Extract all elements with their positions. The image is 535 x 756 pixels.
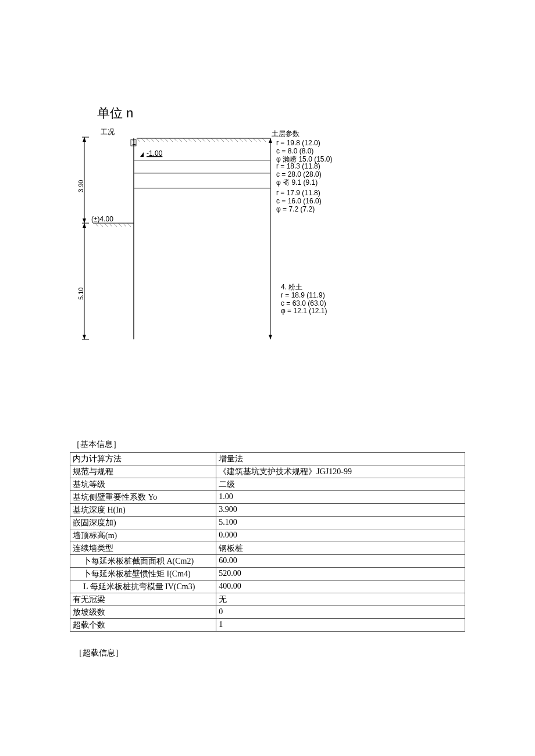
table-row: 连续墙类型钢板桩 [70, 542, 465, 555]
svg-line-49 [113, 223, 117, 227]
svg-line-22 [192, 138, 196, 142]
row-label: 超载个数 [70, 619, 216, 632]
water-level-text: -1.00 [147, 149, 163, 157]
svg-line-25 [206, 138, 210, 142]
svg-line-46 [99, 223, 103, 227]
layer2-params: r = 18.3 (11.8) c = 28.0 (28.0) φ 耇 9.1 … [276, 163, 322, 187]
row-value: 0 [216, 606, 465, 619]
svg-line-28 [220, 138, 224, 142]
overload-heading: ［超载信息］ [74, 648, 465, 658]
svg-line-15 [160, 138, 163, 142]
hatched-surface-top [137, 138, 270, 142]
row-value: 5.100 [216, 517, 465, 529]
svg-line-14 [155, 138, 159, 142]
row-value: 400.00 [216, 581, 465, 593]
row-value: 二级 [216, 478, 465, 491]
table-row: 基坑深度 H(In)3.900 [70, 504, 465, 517]
row-value: 0.000 [216, 529, 465, 542]
row-label: L 每延米板桩抗弯模量 IV(Cm3) [70, 581, 216, 593]
table-row: L 每延米板桩抗弯模量 IV(Cm3)400.00 [70, 581, 465, 593]
bottom-marker: (±)4.00 [91, 215, 113, 223]
svg-marker-1 [83, 137, 86, 142]
layer1-params: r = 19.8 (12.0) c = 8.0 (8.0) φ 瀨崂 15.0 … [276, 139, 333, 163]
row-value: 3.900 [216, 504, 465, 517]
svg-marker-5 [83, 335, 86, 339]
svg-line-16 [165, 138, 168, 142]
row-value: 60.00 [216, 555, 465, 568]
svg-line-37 [262, 138, 266, 142]
row-label: 卜每延米板桩截面面积 A(Cm2) [70, 555, 216, 568]
table-row: 放坡级数0 [70, 606, 465, 619]
svg-line-29 [225, 138, 229, 142]
svg-line-30 [230, 138, 233, 142]
soil-param-label: 土层参数 [272, 130, 299, 138]
svg-line-21 [188, 138, 191, 142]
left-dim-upper: 3.90 [77, 180, 84, 192]
layer3-params: r = 17.9 (11.8) c = 16.0 (16.0) φ = 7.2 … [276, 189, 322, 213]
svg-line-50 [118, 223, 122, 227]
svg-marker-54 [269, 138, 272, 143]
gk-label: 工况 [101, 128, 115, 136]
row-value: 钢板桩 [216, 542, 465, 555]
table-row: 规范与规程《建筑基坑支护技术规程》JGJ120-99 [70, 465, 465, 478]
svg-line-47 [104, 223, 108, 227]
row-value: 无 [216, 593, 465, 606]
svg-line-26 [211, 138, 215, 142]
table-row: 卜每延米板桩壁惯性矩 I(Cm4)520.00 [70, 568, 465, 581]
table-row: 超载个数1 [70, 619, 465, 632]
svg-line-12 [146, 138, 149, 142]
row-label: 基坑侧壁重要性系数 Yo [70, 491, 216, 504]
row-label: 有无冠梁 [70, 593, 216, 606]
row-value: 《建筑基坑支护技术规程》JGJ120-99 [216, 465, 465, 478]
svg-marker-4 [83, 223, 86, 228]
row-value: 增量法 [216, 453, 465, 465]
svg-line-13 [151, 138, 154, 142]
svg-line-52 [127, 223, 131, 227]
table-row: 卜每延米板桩截面面积 A(Cm2)60.00 [70, 555, 465, 568]
table-row: 基坑等级二级 [70, 478, 465, 491]
table-row: 嵌固深度加)5.100 [70, 517, 465, 529]
svg-line-23 [197, 138, 201, 142]
svg-line-48 [109, 223, 112, 227]
basic-info-table: 内力计算方法增量法规范与规程《建筑基坑支护技术规程》JGJ120-99基坑等级二… [70, 452, 465, 632]
row-value: 520.00 [216, 568, 465, 581]
row-value: 1.00 [216, 491, 465, 504]
svg-line-19 [179, 138, 182, 142]
row-label: 墙顶标高(m) [70, 529, 216, 542]
svg-line-24 [202, 138, 205, 142]
row-label: 基坑深度 H(In) [70, 504, 216, 517]
svg-line-35 [253, 138, 256, 142]
svg-line-32 [239, 138, 242, 142]
svg-line-36 [258, 138, 261, 142]
table-row: 基坑侧壁重要性系数 Yo1.00 [70, 491, 465, 504]
row-label: 基坑等级 [70, 478, 216, 491]
diagram-box: 工况 1 -1.00 [79, 126, 346, 346]
svg-line-17 [169, 138, 173, 142]
row-label: 卜每延米板桩壁惯性矩 I(Cm4) [70, 568, 216, 581]
row-label: 连续墙类型 [70, 542, 216, 555]
table-row: 墙顶标高(m)0.000 [70, 529, 465, 542]
row-label: 嵌固深度加) [70, 517, 216, 529]
diagram-section: 单位 n 工况 [79, 105, 465, 346]
svg-line-10 [137, 138, 140, 142]
svg-marker-55 [269, 335, 272, 339]
table-row: 内力计算方法增量法 [70, 453, 465, 465]
table-row: 有无冠梁无 [70, 593, 465, 606]
left-dim-lower: 5.10 [77, 288, 84, 300]
svg-line-11 [141, 138, 145, 142]
svg-line-27 [216, 138, 219, 142]
svg-line-20 [183, 138, 187, 142]
row-label: 内力计算方法 [70, 453, 216, 465]
svg-marker-2 [83, 218, 86, 223]
svg-line-45 [95, 223, 98, 227]
row-label: 放坡级数 [70, 606, 216, 619]
basic-info-heading: ［基本信息］ [72, 439, 465, 450]
diagram-title: 单位 n [97, 105, 465, 122]
svg-line-34 [248, 138, 252, 142]
layer4-params: 4. 粉土 r = 18.9 (11.9) c = 63.0 (63.0) φ … [281, 284, 327, 316]
row-label: 规范与规程 [70, 465, 216, 478]
svg-line-31 [234, 138, 238, 142]
svg-line-18 [174, 138, 177, 142]
row-value: 1 [216, 619, 465, 632]
svg-line-51 [123, 223, 126, 227]
